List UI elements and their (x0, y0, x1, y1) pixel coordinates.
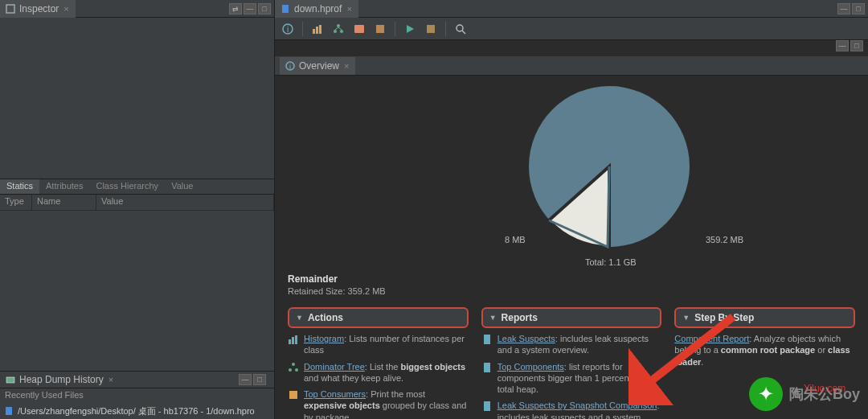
tab-attributes[interactable]: Attributes (39, 179, 89, 194)
wechat-icon: ✦ (749, 377, 783, 411)
overview-tab[interactable]: i Overview × (280, 57, 355, 75)
svg-rect-6 (313, 29, 315, 34)
maximize-icon[interactable]: □ (850, 40, 863, 51)
tab-statics[interactable]: Statics (0, 179, 39, 194)
close-icon[interactable]: × (342, 61, 350, 71)
svg-point-23 (292, 363, 295, 366)
toolbar: i (275, 18, 868, 40)
svg-rect-21 (292, 337, 294, 344)
svg-point-9 (337, 24, 340, 27)
action-histogram[interactable]: Histogram: Lists number of instances per… (288, 333, 469, 356)
histogram-icon[interactable] (309, 21, 326, 37)
minimize-icon[interactable]: — (244, 3, 256, 14)
tree-icon (288, 362, 299, 373)
close-icon[interactable]: × (62, 4, 70, 14)
history-icon (5, 374, 16, 385)
svg-rect-20 (289, 339, 291, 344)
file-tab[interactable]: down.hprof × (275, 0, 358, 18)
minimize-icon[interactable]: — (837, 3, 850, 14)
overview-tab-label: Overview (299, 60, 339, 72)
svg-line-16 (462, 31, 465, 34)
inspector-tab[interactable]: Inspector × (0, 0, 76, 18)
chevron-down-icon: ▼ (296, 314, 303, 322)
svg-rect-12 (354, 25, 364, 33)
file-tab-label: down.hprof (294, 3, 342, 14)
minimize-icon[interactable]: — (239, 374, 252, 385)
search-icon[interactable] (452, 21, 469, 37)
svg-rect-7 (316, 27, 318, 34)
svg-rect-13 (376, 25, 384, 33)
watermark-overlay: Yiluo.com (804, 383, 845, 394)
recent-file-path: /Users/zhangfengshi/Desktop/ 桌面 - hb1737… (18, 405, 255, 417)
svg-point-25 (295, 368, 298, 372)
action-top-consumers[interactable]: Top Consumers: Print the most expensive … (288, 388, 469, 419)
report-icon (481, 334, 493, 345)
pie-label-right: 359.2 MB (706, 235, 743, 244)
action-dominator[interactable]: Dominator Tree: List the biggest objects… (288, 361, 469, 384)
remainder-retained: Retained Size: 359.2 MB (288, 286, 855, 296)
watermark: ✦ 陶朱公Boy Yiluo.com (749, 377, 860, 411)
file-icon (280, 3, 291, 14)
pie-chart (521, 82, 698, 259)
report-leak-suspects[interactable]: Leak Suspects: includes leak suspects an… (481, 333, 662, 356)
svg-rect-2 (6, 407, 12, 415)
remainder-title: Remainder (288, 273, 855, 285)
recent-file-row[interactable]: /Users/zhangfengshi/Desktop/ 桌面 - hb1737… (0, 403, 274, 419)
maximize-icon[interactable]: □ (258, 3, 271, 14)
col-value[interactable]: Value (96, 195, 274, 210)
svg-rect-22 (295, 335, 297, 344)
svg-point-15 (457, 25, 463, 31)
chevron-down-icon: ▼ (682, 314, 690, 322)
section-step-header[interactable]: ▼ Step By Step (674, 307, 855, 328)
svg-rect-8 (319, 25, 321, 34)
svg-rect-29 (484, 335, 490, 344)
svg-rect-14 (427, 25, 435, 33)
section-step-title: Step By Step (694, 312, 754, 323)
section-reports-header[interactable]: ▼ Reports (481, 307, 662, 328)
section-actions-title: Actions (308, 312, 343, 323)
pie-label-left: 8 MB (505, 235, 526, 244)
svg-rect-1 (6, 377, 14, 383)
svg-point-24 (289, 368, 292, 372)
inspector-tab-label: Inspector (19, 3, 59, 14)
query-icon[interactable] (423, 21, 439, 37)
oql-icon[interactable] (351, 21, 367, 37)
step-component-report[interactable]: Component Report: Analyze objects which … (674, 333, 855, 368)
svg-rect-30 (484, 363, 490, 372)
minimize-icon[interactable]: — (836, 40, 849, 51)
statics-tab-bar: Statics Attributes Class Hierarchy Value (0, 179, 274, 195)
report-leak-comparison[interactable]: Leak Suspects by Snapshot Comparison: in… (481, 400, 662, 419)
heap-history-label[interactable]: Heap Dump History (19, 374, 104, 385)
report-icon (481, 401, 493, 412)
tree-icon[interactable] (330, 21, 346, 37)
section-actions-header[interactable]: ▼ Actions (288, 307, 469, 328)
svg-point-11 (340, 30, 343, 33)
info-icon: i (285, 60, 296, 72)
svg-rect-0 (6, 5, 14, 13)
pie-total-label: Total: 1.1 GB (585, 257, 637, 267)
consumers-icon (288, 389, 299, 401)
col-name[interactable]: Name (32, 195, 96, 210)
chevron-down-icon: ▼ (489, 314, 497, 322)
svg-rect-26 (289, 391, 297, 399)
tab-class-hierarchy[interactable]: Class Hierarchy (89, 179, 165, 194)
maximize-icon[interactable]: □ (852, 3, 865, 14)
report-icon (481, 362, 493, 373)
swap-icon[interactable]: ⇄ (229, 3, 242, 14)
close-icon[interactable]: × (345, 4, 353, 14)
thread-icon[interactable] (372, 21, 388, 37)
run-icon[interactable] (402, 21, 418, 37)
svg-point-10 (334, 30, 337, 33)
tab-value[interactable]: Value (165, 179, 199, 194)
svg-rect-3 (282, 5, 289, 13)
maximize-icon[interactable]: □ (253, 374, 266, 385)
section-reports-title: Reports (502, 312, 538, 323)
col-type[interactable]: Type (0, 195, 32, 210)
svg-text:i: i (289, 63, 291, 71)
svg-text:i: i (287, 25, 289, 34)
info-icon[interactable]: i (280, 21, 296, 37)
inspector-icon (5, 3, 16, 14)
close-icon[interactable]: × (107, 375, 115, 384)
report-top-components[interactable]: Top Components: list reports for compone… (481, 361, 662, 396)
svg-rect-31 (484, 401, 490, 411)
